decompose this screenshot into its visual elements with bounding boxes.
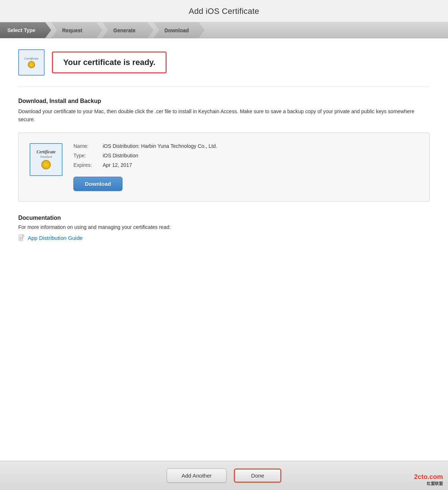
doc-section: Documentation For more information on us… xyxy=(18,215,430,242)
svg-rect-1 xyxy=(22,235,24,237)
cert-expires-row: Expires: Apr 12, 2017 xyxy=(73,162,418,168)
main-content: Certificate Your certificate is ready. D… xyxy=(0,38,448,461)
page-title: Add iOS Certificate xyxy=(0,7,448,16)
cert-name-value: iOS Distribution: Harbin Yuna Technology… xyxy=(103,143,217,149)
cert-expires-label: Expires: xyxy=(73,162,103,168)
cert-details: Name: iOS Distribution: Harbin Yuna Tech… xyxy=(73,143,418,191)
breadcrumb-generate[interactable]: Generate xyxy=(102,22,153,38)
download-description: Download your certificate to your Mac, t… xyxy=(18,107,430,124)
page-title-bar: Add iOS Certificate xyxy=(0,0,448,22)
cert-icon-large: Certificate Standard xyxy=(30,143,62,176)
cert-name-row: Name: iOS Distribution: Harbin Yuna Tech… xyxy=(73,143,418,149)
download-button[interactable]: Download xyxy=(73,177,122,191)
done-button[interactable]: Done xyxy=(234,468,281,483)
add-another-button[interactable]: Add Another xyxy=(167,468,227,483)
cert-gold-seal-small xyxy=(28,61,35,68)
watermark: 2cto.com 红盟联盟 xyxy=(414,473,443,486)
download-section: Download, Install and Backup Download yo… xyxy=(18,98,430,202)
footer-bar: Add Another Done 2cto.com 红盟联盟 xyxy=(0,461,448,490)
breadcrumb-nav: Select Type Request Generate Download xyxy=(0,22,448,38)
cert-ready-message: Your certificate is ready. xyxy=(63,58,155,67)
doc-heading: Documentation xyxy=(18,215,430,221)
cert-type-row: Type: iOS Distribution xyxy=(73,153,418,158)
download-heading: Download, Install and Backup xyxy=(18,98,430,104)
cert-icon-small: Certificate xyxy=(18,49,45,76)
breadcrumb-download[interactable]: Download xyxy=(153,22,205,38)
cert-name-label: Name: xyxy=(73,143,103,149)
cert-ready-box: Your certificate is ready. xyxy=(52,51,167,73)
doc-link-row: App Distribution Guide xyxy=(18,234,430,242)
doc-description: For more information on using and managi… xyxy=(18,224,430,230)
app-distribution-guide-link[interactable]: App Distribution Guide xyxy=(28,235,83,241)
cert-ready-section: Certificate Your certificate is ready. xyxy=(18,49,430,76)
breadcrumb-request[interactable]: Request xyxy=(51,22,102,38)
divider xyxy=(18,87,430,87)
cert-type-value: iOS Distribution xyxy=(103,153,138,158)
cert-expires-value: Apr 12, 2017 xyxy=(103,162,132,168)
cert-gold-seal xyxy=(41,160,51,169)
cert-type-label: Type: xyxy=(73,153,103,158)
doc-file-icon xyxy=(18,234,25,242)
breadcrumb-select-type[interactable]: Select Type xyxy=(0,22,51,38)
cert-card: Certificate Standard Name: iOS Distribut… xyxy=(18,133,430,202)
